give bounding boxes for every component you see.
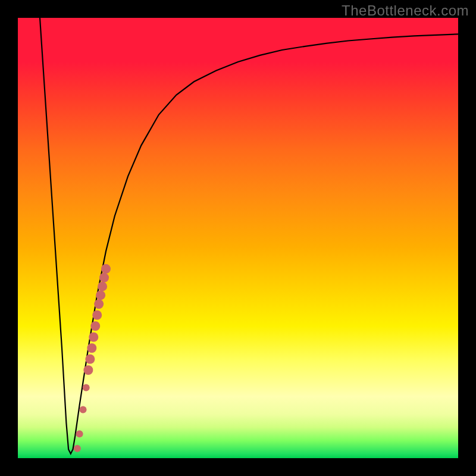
plot-area	[18, 18, 458, 458]
watermark-text: TheBottleneck.com	[342, 2, 469, 19]
data-marker	[76, 430, 83, 437]
curve-layer	[18, 18, 458, 458]
data-marker	[89, 333, 98, 342]
data-marker	[96, 290, 105, 300]
data-marker	[101, 264, 111, 274]
data-marker	[80, 406, 87, 414]
data-marker	[74, 445, 81, 452]
data-marker	[92, 311, 102, 320]
data-marker	[83, 365, 93, 375]
data-marker	[98, 281, 107, 291]
data-marker	[94, 299, 104, 309]
data-marker	[85, 355, 95, 364]
bottleneck-curve	[40, 18, 458, 454]
chart-container: TheBottleneck.com	[0, 0, 476, 476]
data-marker	[87, 343, 96, 353]
data-marker	[83, 384, 90, 392]
data-marker	[99, 273, 109, 283]
data-marker	[90, 321, 100, 331]
